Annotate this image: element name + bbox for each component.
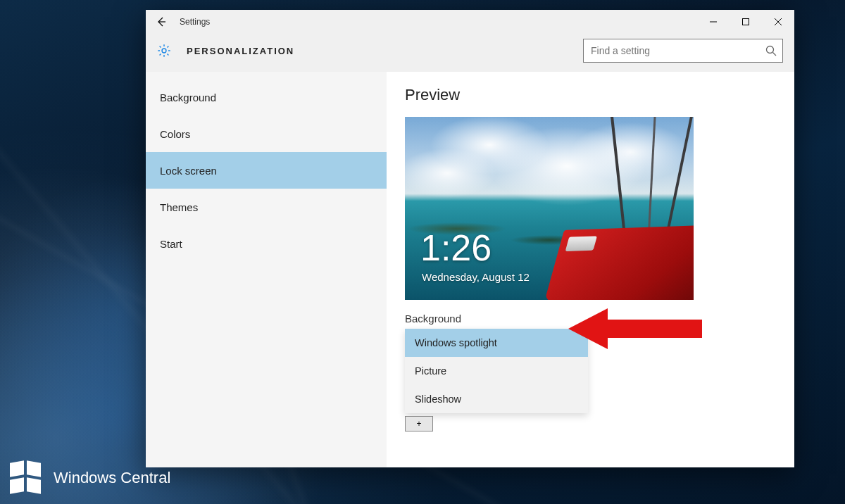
dropdown-option-picture[interactable]: Picture xyxy=(405,357,588,385)
svg-line-7 xyxy=(773,53,777,56)
sidebar-item-label: Colors xyxy=(160,128,190,140)
search-icon xyxy=(765,44,777,57)
sidebar-item-label: Lock screen xyxy=(160,165,217,177)
sidebar-item-start[interactable]: Start xyxy=(146,225,387,262)
annotation-arrow xyxy=(568,304,709,353)
dropdown-option-slideshow[interactable]: Slideshow xyxy=(405,385,588,413)
lockscreen-preview: 1:26 Wednesday, August 12 xyxy=(405,117,694,300)
header-row: PERSONALIZATION xyxy=(146,34,794,72)
sidebar-item-themes[interactable]: Themes xyxy=(146,189,387,225)
minimize-button[interactable] xyxy=(697,10,730,34)
sidebar-item-label: Background xyxy=(160,92,216,103)
body: Background Colors Lock screen Themes Sta… xyxy=(146,72,794,467)
plus-icon: + xyxy=(416,419,421,429)
svg-point-6 xyxy=(767,46,774,53)
background-dropdown[interactable]: Windows spotlight Picture Slideshow xyxy=(405,329,588,413)
settings-window: Settings PER xyxy=(146,10,794,467)
maximize-button[interactable] xyxy=(730,10,762,34)
watermark: Windows Central xyxy=(10,462,170,494)
content-pane: Preview 1:26 Wednesday, August 12 Backgr… xyxy=(387,72,794,467)
dropdown-option-label: Slideshow xyxy=(415,393,461,405)
sidebar-item-background[interactable]: Background xyxy=(146,79,387,115)
maximize-icon xyxy=(741,18,750,26)
sidebar-item-colors[interactable]: Colors xyxy=(146,115,387,152)
preview-plane-wing xyxy=(539,117,694,300)
window-controls xyxy=(697,10,794,34)
preview-date: Wednesday, August 12 xyxy=(422,271,530,283)
back-arrow-icon xyxy=(156,16,167,27)
svg-rect-2 xyxy=(743,19,749,25)
close-button[interactable] xyxy=(762,10,794,34)
sidebar-item-label: Start xyxy=(160,238,182,250)
section-title: PERSONALIZATION xyxy=(187,46,294,56)
search-input[interactable] xyxy=(583,39,783,63)
sidebar: Background Colors Lock screen Themes Sta… xyxy=(146,72,387,467)
windows-logo-icon xyxy=(10,462,42,494)
close-icon xyxy=(774,18,782,26)
sidebar-item-lock-screen[interactable]: Lock screen xyxy=(146,152,387,189)
preview-heading: Preview xyxy=(405,86,794,104)
sidebar-item-label: Themes xyxy=(160,201,198,213)
gear-icon xyxy=(156,42,173,59)
watermark-text: Windows Central xyxy=(54,469,170,487)
titlebar: Settings xyxy=(146,10,794,34)
svg-point-5 xyxy=(162,49,166,53)
dropdown-option-label: Picture xyxy=(415,365,446,377)
add-button[interactable]: + xyxy=(405,416,433,431)
background-label: Background xyxy=(405,313,794,325)
preview-time: 1:26 xyxy=(420,229,492,266)
search-wrap xyxy=(583,39,783,63)
dropdown-option-windows-spotlight[interactable]: Windows spotlight xyxy=(405,329,588,357)
back-button[interactable] xyxy=(146,10,177,34)
window-title: Settings xyxy=(180,17,210,27)
minimize-icon xyxy=(709,18,718,26)
dropdown-option-label: Windows spotlight xyxy=(415,337,497,348)
